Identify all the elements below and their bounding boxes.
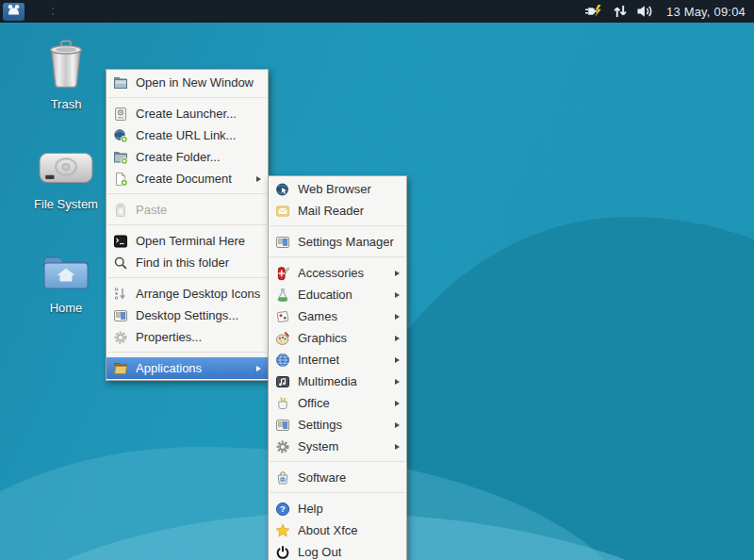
- desktop-icon-home[interactable]: Home: [21, 251, 111, 315]
- applications-submenu: Web BrowserMail ReaderSettings ManagerAc…: [268, 175, 407, 560]
- settings-manager-icon: [275, 235, 290, 250]
- menu-item-open-terminal-here[interactable]: Open Terminal Here: [107, 230, 268, 252]
- menu-item-label: Settings Manager: [298, 235, 394, 249]
- desktop-icon-label: File System: [34, 197, 98, 211]
- about-xfce-icon: [275, 523, 290, 538]
- panel-separator-handle: [51, 6, 55, 17]
- menu-separator: [107, 277, 267, 278]
- create-folder-icon: [113, 150, 128, 165]
- menu-item-arrange-desktop-icons[interactable]: Arrange Desktop Icons: [107, 283, 268, 305]
- graphics-icon: [275, 331, 290, 346]
- menu-item-open-in-new-window[interactable]: Open in New Window: [107, 72, 268, 93]
- menu-item-applications[interactable]: Applications: [107, 357, 268, 379]
- menu-item-label: Create Folder...: [136, 150, 221, 164]
- menu-item-label: Open in New Window: [136, 75, 254, 90]
- software-icon: [275, 470, 290, 486]
- menu-separator: [107, 193, 267, 194]
- menu-item-games[interactable]: Games: [269, 305, 406, 327]
- menu-separator: [107, 97, 267, 98]
- xfce-whisker-menu-icon: [7, 3, 21, 20]
- desktop-icon-file-system[interactable]: File System: [21, 147, 111, 211]
- menu-item-label: Help: [298, 502, 323, 516]
- menu-item-label: Log Out: [298, 545, 341, 559]
- log-out-icon: [275, 545, 290, 560]
- submenu-arrow-icon: [395, 336, 400, 341]
- multimedia-icon: [275, 374, 290, 389]
- menu-item-accessories[interactable]: Accessories: [269, 262, 406, 284]
- games-icon: [275, 309, 290, 324]
- volume-icon[interactable]: [636, 4, 654, 19]
- svg-text:?: ?: [280, 503, 286, 514]
- menu-item-create-launcher[interactable]: Create Launcher...: [107, 103, 268, 124]
- menu-item-log-out[interactable]: Log Out: [269, 541, 406, 560]
- menu-item-label: Education: [298, 288, 352, 302]
- desktop-icon-label: Trash: [51, 97, 82, 111]
- desktop-icon-label: Home: [50, 301, 83, 315]
- accessories-icon: [275, 266, 290, 281]
- menu-item-web-browser[interactable]: Web Browser: [269, 178, 406, 200]
- menu-item-help[interactable]: ?Help: [269, 498, 406, 519]
- menu-item-software[interactable]: Software: [269, 467, 406, 488]
- menu-separator: [270, 225, 405, 226]
- menu-item-label: Create Document: [136, 172, 232, 186]
- menu-item-label: Internet: [298, 353, 339, 367]
- panel-clock[interactable]: 13 May, 09:04: [666, 5, 746, 19]
- home-folder-icon: [42, 251, 90, 296]
- menu-separator: [107, 224, 267, 225]
- applications-folder-icon: [113, 361, 128, 376]
- trash-icon: [44, 40, 88, 92]
- web-browser-icon: [275, 182, 290, 197]
- menu-item-mail-reader[interactable]: Mail Reader: [269, 200, 406, 222]
- menu-item-system[interactable]: System: [269, 436, 406, 457]
- menu-item-education[interactable]: Education: [269, 284, 406, 305]
- menu-item-label: Mail Reader: [298, 204, 364, 218]
- top-panel: 13 May, 09:04: [0, 0, 754, 23]
- menu-item-graphics[interactable]: Graphics: [269, 327, 406, 349]
- menu-item-create-document[interactable]: Create Document: [107, 168, 268, 189]
- menu-item-label: Paste: [136, 203, 167, 217]
- menu-item-settings-manager[interactable]: Settings Manager: [269, 231, 406, 253]
- menu-item-about-xfce[interactable]: About Xfce: [269, 519, 406, 541]
- network-traffic-icon[interactable]: [613, 4, 628, 19]
- menu-item-label: Arrange Desktop Icons: [136, 287, 260, 301]
- help-icon: ?: [275, 502, 290, 517]
- submenu-arrow-icon: [256, 176, 261, 182]
- menu-item-find-in-this-folder[interactable]: Find in this folder: [107, 252, 268, 273]
- menu-item-multimedia[interactable]: Multimedia: [269, 371, 406, 392]
- menu-item-label: About Xfce: [298, 523, 358, 537]
- paste-clipboard-icon: [113, 203, 128, 218]
- menu-item-create-url-link[interactable]: Create URL Link...: [107, 124, 268, 146]
- power-plug-icon[interactable]: [584, 4, 604, 19]
- menu-separator: [270, 256, 405, 257]
- create-url-link-icon: [113, 128, 128, 143]
- create-launcher-icon: [113, 107, 128, 122]
- menu-item-paste: Paste: [107, 199, 268, 221]
- menu-item-label: Applications: [136, 361, 202, 375]
- menu-item-desktop-settings[interactable]: Desktop Settings...: [107, 305, 268, 326]
- menu-item-label: Web Browser: [298, 182, 371, 196]
- menu-item-label: Open Terminal Here: [136, 234, 245, 248]
- submenu-arrow-icon: [395, 314, 400, 320]
- settings-icon: [275, 418, 290, 433]
- menu-item-create-folder[interactable]: Create Folder...: [107, 146, 268, 168]
- desktop-icon-trash[interactable]: Trash: [21, 40, 111, 111]
- submenu-arrow-icon: [395, 401, 400, 406]
- menu-item-label: Multimedia: [298, 374, 357, 388]
- properties-gear-icon: [113, 330, 128, 345]
- menu-item-settings[interactable]: Settings: [269, 414, 406, 436]
- menu-separator: [270, 492, 405, 493]
- internet-globe-icon: [275, 353, 290, 368]
- menu-separator: [107, 352, 267, 353]
- menu-item-label: Settings: [298, 418, 342, 432]
- applications-menu-button[interactable]: [3, 3, 25, 21]
- submenu-arrow-icon: [256, 366, 261, 371]
- menu-item-office[interactable]: Office: [269, 392, 406, 414]
- desktop[interactable]: { "panel": { "launcher_icon": "xfce-whis…: [0, 0, 754, 560]
- submenu-arrow-icon: [395, 271, 400, 276]
- submenu-arrow-icon: [395, 292, 400, 298]
- create-document-icon: [113, 172, 128, 187]
- menu-item-internet[interactable]: Internet: [269, 349, 406, 371]
- filesystem-drive-icon: [39, 147, 93, 192]
- menu-item-label: Office: [298, 396, 330, 410]
- menu-item-properties[interactable]: Properties...: [107, 326, 268, 348]
